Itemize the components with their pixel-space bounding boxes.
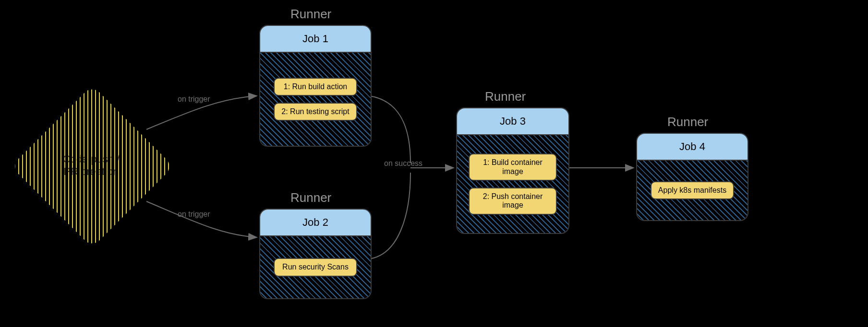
runner-label-job4: Runner [667, 115, 708, 129]
job3-step-1: 1: Build container image [469, 153, 557, 181]
edge-label-trigger-job1: on trigger [178, 95, 210, 104]
job1-step-1: 1: Run build action [274, 78, 357, 96]
edge-label-trigger-job2: on trigger [178, 210, 210, 219]
trigger-node: Code push / PR creation [34, 108, 149, 223]
job1-card: Job 1 1: Run build action 2: Run testing… [259, 25, 372, 147]
job3-step-2: 2: Push container image [469, 187, 557, 215]
job3-body: 1: Build container image 2: Push contain… [457, 135, 568, 233]
diagram-canvas: on trigger on trigger on success Code pu… [0, 0, 868, 327]
job2-title: Job 2 [260, 210, 371, 236]
runner-label-job2: Runner [290, 190, 331, 205]
job2-body: Run security Scans [260, 236, 371, 298]
job1-step-2: 2: Run testing script [274, 103, 357, 121]
job2-card: Job 2 Run security Scans [259, 209, 372, 299]
runner-label-job3: Runner [485, 89, 526, 104]
job3-title: Job 3 [457, 108, 568, 135]
job4-body: Apply k8s manifests [637, 161, 747, 220]
runner-label-job1: Runner [290, 7, 331, 22]
job1-title: Job 1 [260, 26, 371, 53]
edge-label-on-success: on success [384, 159, 422, 168]
job4-step-1: Apply k8s manifests [651, 181, 734, 199]
trigger-shape [9, 83, 175, 249]
job4-title: Job 4 [637, 134, 747, 161]
job4-card: Job 4 Apply k8s manifests [636, 133, 748, 221]
job1-body: 1: Run build action 2: Run testing scrip… [260, 53, 371, 146]
job2-step-1: Run security Scans [274, 258, 357, 276]
job3-card: Job 3 1: Build container image 2: Push c… [456, 107, 569, 234]
